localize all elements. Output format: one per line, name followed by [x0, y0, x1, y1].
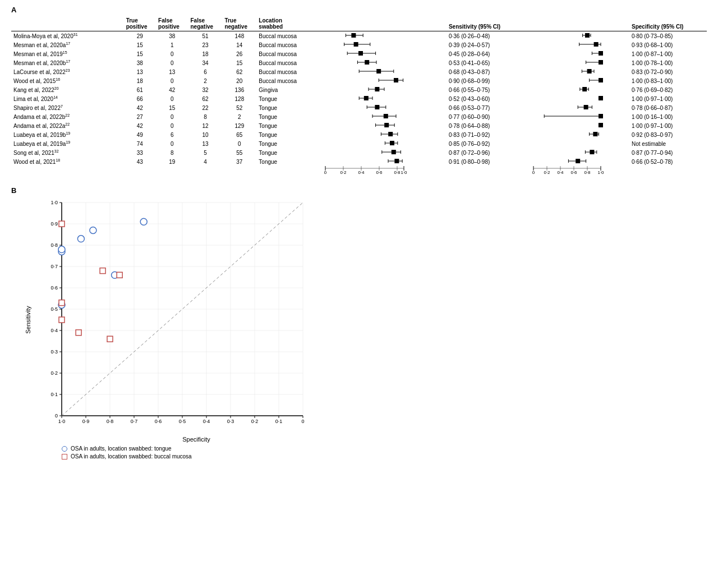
- sens-plot: [320, 94, 447, 103]
- svg-rect-7: [585, 33, 590, 38]
- sens-plot: [320, 130, 447, 139]
- fp-value: 0: [156, 121, 188, 130]
- sens-plot: [320, 85, 447, 94]
- sens-ci-value: 0·77 (0·60–0·90): [447, 112, 531, 121]
- tp-value: 18: [124, 76, 156, 85]
- spec-ci-value: 0·76 (0·69–0·82): [629, 85, 707, 94]
- sens-ci-value: 0·87 (0·72–0·96): [447, 148, 531, 157]
- svg-rect-67: [375, 105, 380, 109]
- svg-text:0·4: 0·4: [50, 328, 58, 333]
- svg-rect-71: [584, 105, 588, 109]
- col-header-tn: Truenegative: [222, 16, 256, 31]
- sens-ci-value: 0·66 (0·53–0·77): [447, 103, 531, 112]
- svg-text:1·0: 1·0: [50, 200, 58, 205]
- fp-value: 0: [156, 76, 188, 85]
- fp-value: 15: [156, 103, 188, 112]
- svg-text:0: 0: [532, 170, 535, 175]
- location-value: Tongue: [256, 94, 320, 103]
- tongue-point: [90, 227, 96, 233]
- spec-plot: [531, 121, 629, 130]
- spec-ci-value: 1·00 (0·97–1·00): [629, 94, 707, 103]
- sens-ci-value: 0·78 (0·64–0·88): [447, 121, 531, 130]
- tn-value: 26: [222, 49, 256, 58]
- spec-ci-value: 0·93 (0·68–1·00): [629, 40, 707, 49]
- fn-value: 12: [188, 121, 223, 130]
- tp-value: 38: [124, 58, 156, 67]
- legend-label-tongue: OSA in adults, location swabbed: tongue: [71, 445, 172, 452]
- tp-value: 49: [124, 130, 156, 139]
- svg-text:0·4: 0·4: [203, 419, 210, 424]
- table-row: Song et al, 202132 33 8 5 55 Tongue 0·87…: [11, 148, 707, 157]
- spec-plot: [531, 148, 629, 157]
- table-row: Luabeya et al, 2019a19 74 0 13 0 Tongue …: [11, 139, 707, 148]
- location-value: Tongue: [256, 130, 320, 139]
- buccal-point: [59, 300, 65, 306]
- svg-rect-63: [599, 96, 603, 100]
- spec-plot: [531, 130, 629, 139]
- sroc-plot-wrapper: Sensitivity 1·00·90·80·70·60·50·40·30·20…: [34, 197, 331, 443]
- fp-value: 6: [156, 130, 188, 139]
- table-row: Wood et al, 201516 18 0 2 20 Buccal muco…: [11, 76, 707, 85]
- study-name: Song et al, 202132: [11, 148, 124, 157]
- axis-spacer: [11, 166, 320, 175]
- spec-ci-value: 0·92 (0·83–0·97): [629, 130, 707, 139]
- svg-text:1·0: 1·0: [598, 170, 605, 175]
- svg-rect-107: [590, 150, 595, 154]
- svg-text:0·8: 0·8: [107, 419, 114, 424]
- location-value: Tongue: [256, 139, 320, 148]
- tp-value: 66: [124, 94, 156, 103]
- sens-axis-labels: 0 0·2 0·4 0·6 0·8 1·0: [320, 166, 447, 175]
- axis-row: 0 0·2 0·4 0·6 0·8 1·0 0 0·2 0·4 0·6 0·8 …: [11, 166, 707, 175]
- tongue-point: [140, 218, 147, 225]
- fn-value: 13: [188, 139, 223, 148]
- x-axis-label: Specificity: [62, 436, 331, 443]
- location-value: Tongue: [256, 112, 320, 121]
- study-name: Luabeya et al, 2019a19: [11, 139, 124, 148]
- fp-value: 38: [156, 31, 188, 41]
- study-name: Molina-Moya et al, 202031: [11, 31, 124, 41]
- tp-value: 15: [124, 49, 156, 58]
- spec-plot: [531, 112, 629, 121]
- spec-ci-value: 0·83 (0·72–0·90): [629, 67, 707, 76]
- study-name: Wood et al, 201516: [11, 76, 124, 85]
- fp-value: 19: [156, 157, 188, 166]
- fn-value: 6: [188, 67, 223, 76]
- location-value: Buccal mucosa: [256, 49, 320, 58]
- legend-item-tongue: OSA in adults, location swabbed: tongue: [62, 445, 707, 452]
- spec-ci-value: 1·00 (0·78–1·00): [629, 58, 707, 67]
- svg-rect-79: [599, 114, 603, 118]
- tongue-point: [58, 246, 65, 253]
- tn-value: 0: [222, 139, 256, 148]
- fp-value: 13: [156, 67, 188, 76]
- sens-ci-value: 0·85 (0·76–0·92): [447, 139, 531, 148]
- sens-ci-value: 0·90 (0·68–0·99): [447, 76, 531, 85]
- section-a-label: A: [11, 6, 707, 14]
- spec-plot: [531, 76, 629, 85]
- svg-text:0·5: 0·5: [50, 306, 58, 312]
- section-b: B Sensitivity 1·00·90·80·70·60·50·40·30·…: [11, 186, 707, 460]
- svg-rect-91: [388, 132, 393, 136]
- fn-value: 5: [188, 148, 223, 157]
- main-container: A Truepositive Falsepositive Falsenegati…: [0, 0, 718, 467]
- svg-text:0·1: 0·1: [50, 392, 58, 397]
- tn-value: 136: [222, 85, 256, 94]
- spec-plot: [531, 139, 629, 148]
- svg-text:0·1: 0·1: [275, 419, 283, 424]
- study-name: Lima et al, 202014: [11, 94, 124, 103]
- svg-rect-59: [364, 96, 369, 100]
- spec-ci-value: 1·00 (0·83–1·00): [629, 76, 707, 85]
- study-name: Mesman et al, 2020a17: [11, 40, 124, 49]
- table-row: LaCourse et al, 202223 13 13 6 62 Buccal…: [11, 67, 707, 76]
- tp-value: 61: [124, 85, 156, 94]
- fp-value: 8: [156, 148, 188, 157]
- col-header-sens-ci: Sensitivity (95% CI): [447, 16, 531, 31]
- location-value: Buccal mucosa: [256, 31, 320, 41]
- svg-rect-87: [599, 123, 603, 127]
- study-name: Shapiro et al, 20227: [11, 103, 124, 112]
- svg-text:0·5: 0·5: [179, 419, 186, 424]
- svg-rect-47: [599, 78, 603, 82]
- table-row: Luabeya et al, 2019b19 49 6 10 65 Tongue…: [11, 130, 707, 139]
- svg-rect-11: [354, 42, 358, 47]
- tp-value: 29: [124, 31, 156, 41]
- spec-ci-spacer: [629, 166, 707, 175]
